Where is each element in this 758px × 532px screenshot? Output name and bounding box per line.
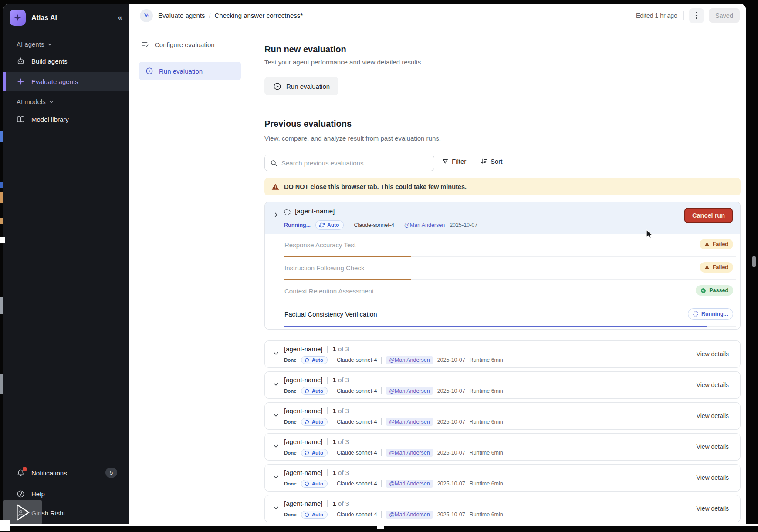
sidebar-item-notifications[interactable]: Notifications 5: [3, 465, 129, 481]
divider: [332, 480, 332, 487]
view-details-link[interactable]: View details: [697, 443, 729, 450]
spinner-icon: [284, 209, 291, 215]
sidebar-item-evaluate-agents[interactable]: Evaluate agents: [3, 72, 129, 91]
chevron-down-icon[interactable]: [273, 412, 279, 418]
row-title-line: [agent-name] 1 of 3: [284, 407, 349, 414]
mode-label: Auto: [327, 222, 339, 228]
more-options-button[interactable]: [689, 8, 704, 23]
author-handle[interactable]: @Mari Andersen: [386, 418, 433, 426]
sidebar-section-ai-models[interactable]: AI models: [17, 98, 54, 105]
run-date: 2025-10-07: [437, 419, 465, 425]
book-icon: [17, 115, 25, 124]
collapse-sidebar-icon[interactable]: «: [118, 13, 122, 22]
test-row: Factual Consistency Verification Running…: [265, 303, 740, 327]
author-handle[interactable]: @Mari Andersen: [386, 480, 433, 488]
subnav-item-run-evaluation[interactable]: Run evaluation: [139, 62, 241, 80]
progress-fill: [284, 326, 707, 327]
filter-button[interactable]: Filter: [442, 158, 466, 165]
search-previous-evaluations[interactable]: [264, 155, 434, 171]
test-list: Response Accuracy Test Failed: [265, 234, 740, 327]
screen-edge-artifact: [0, 374, 3, 394]
run-evaluation-button[interactable]: Run evaluation: [264, 77, 338, 95]
sort-label: Sort: [491, 158, 503, 165]
runtime: Runtime 6min: [470, 419, 503, 425]
divider: [381, 511, 382, 518]
chevron-down-icon[interactable]: [273, 474, 279, 480]
section-label: AI agents: [17, 40, 44, 48]
model-name: Claude-sonnet-4: [354, 222, 394, 228]
sidebar-section-ai-agents[interactable]: AI agents: [17, 40, 52, 48]
divider: [332, 418, 332, 425]
chevron-down-icon[interactable]: [273, 505, 279, 511]
sidebar-item-label: Notifications: [31, 469, 67, 477]
previous-evaluations-title: Previous evaluations: [264, 119, 352, 129]
evaluation-row[interactable]: [agent-name] 1 of 3 Done Auto: [264, 464, 741, 492]
author-handle[interactable]: @Mari Andersen: [386, 356, 433, 364]
sort-button[interactable]: Sort: [480, 158, 503, 165]
view-details-link[interactable]: View details: [697, 350, 729, 357]
runtime: Runtime 6min: [470, 357, 503, 363]
cancel-run-button[interactable]: Cancel run: [684, 208, 733, 223]
view-details-link[interactable]: View details: [697, 474, 729, 481]
row-title-line: [agent-name] 1 of 3: [284, 345, 349, 353]
view-details-link[interactable]: View details: [697, 412, 729, 419]
subnav-item-configure-evaluation[interactable]: Configure evaluation: [141, 37, 215, 52]
auto-mode-badge: Auto: [301, 356, 328, 364]
saved-button[interactable]: Saved: [709, 8, 740, 23]
video-scrubber-handle[interactable]: [377, 522, 384, 529]
divider: [327, 407, 328, 414]
runtime: Runtime 6min: [470, 481, 503, 487]
video-scrubber-handle[interactable]: [0, 520, 10, 531]
model-name: Claude-sonnet-4: [337, 512, 377, 518]
evaluation-row[interactable]: [agent-name] 1 of 3 Done Auto: [264, 402, 741, 430]
notification-dot: [23, 467, 27, 471]
run-new-evaluation-subtitle: Test your agent performance and view det…: [264, 58, 423, 66]
play-circle-icon: [146, 67, 153, 75]
search-input[interactable]: [281, 159, 429, 167]
agent-name: [agent-name]: [295, 207, 335, 215]
divider: [332, 511, 332, 518]
result-count-number: 1: [332, 438, 336, 445]
result-count-total: of 3: [336, 345, 349, 353]
divider: [327, 500, 328, 507]
run-date: 2025-10-07: [437, 388, 465, 394]
screen-edge-artifact: [0, 131, 3, 142]
status-text: Done: [284, 481, 297, 486]
evaluation-row[interactable]: [agent-name] 1 of 3 Done Auto: [264, 371, 741, 399]
agent-name: [agent-name]: [284, 469, 322, 476]
running-card-header[interactable]: [agent-name] Running... Auto Claude-sonn…: [265, 202, 740, 234]
result-count: 1 of 3: [332, 376, 349, 384]
mode-label: Auto: [312, 357, 323, 363]
scrollbar-thumb[interactable]: [752, 256, 756, 267]
evaluation-row[interactable]: [agent-name] 1 of 3 Done Auto: [264, 340, 741, 368]
view-details-link[interactable]: View details: [697, 381, 729, 388]
author-handle[interactable]: @Mari Andersen: [404, 222, 445, 228]
chevron-down-icon[interactable]: [273, 381, 279, 387]
sidebar-header: Atlas AI «: [10, 10, 122, 26]
author-handle[interactable]: @Mari Andersen: [386, 511, 433, 519]
status-text: Done: [284, 357, 297, 363]
chevron-right-icon[interactable]: [273, 212, 279, 218]
evaluation-row[interactable]: [agent-name] 1 of 3 Done Auto: [264, 495, 741, 522]
robot-icon: [17, 57, 25, 65]
breadcrumb-section[interactable]: Evaluate agents: [158, 12, 205, 19]
test-name: Instruction Following Check: [284, 264, 364, 272]
running-card-meta: Running... Auto Claude-sonnet-4 @Mari An…: [284, 220, 477, 230]
sidebar-item-label: Evaluate agents: [31, 78, 78, 85]
sidebar-item-build-agents[interactable]: Build agents: [3, 53, 129, 69]
result-count-total: of 3: [336, 438, 349, 445]
view-details-link[interactable]: View details: [697, 505, 729, 512]
chevron-down-icon: [47, 42, 52, 47]
row-title-line: [agent-name] 1 of 3: [284, 469, 349, 476]
warning-icon: [704, 242, 710, 247]
status-text: Done: [284, 512, 297, 517]
chevron-down-icon[interactable]: [273, 350, 279, 357]
app-title: Atlas AI: [31, 14, 57, 22]
evaluation-row[interactable]: [agent-name] 1 of 3 Done Auto: [264, 433, 741, 461]
author-handle[interactable]: @Mari Andersen: [386, 449, 433, 457]
sidebar-item-model-library[interactable]: Model library: [3, 111, 129, 128]
screen: Atlas AI « AI agents Build agents Evalua…: [0, 0, 758, 532]
author-handle[interactable]: @Mari Andersen: [386, 387, 433, 395]
chevron-down-icon[interactable]: [273, 443, 279, 449]
divider: [381, 480, 382, 487]
